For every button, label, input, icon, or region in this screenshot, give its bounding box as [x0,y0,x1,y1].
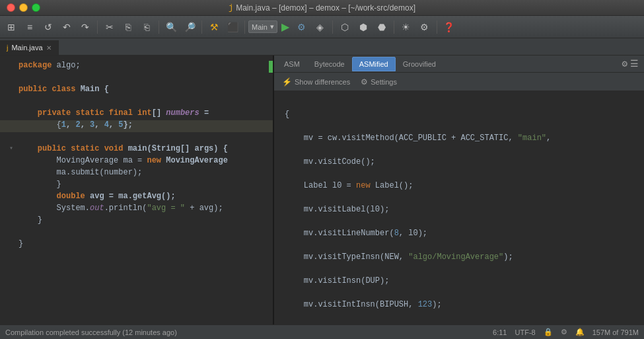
coverage-button[interactable]: ◈ [312,19,329,36]
code-line [0,73,273,85]
line-content [18,73,270,82]
keyword: int [137,108,152,118]
number-literal: 2 [75,120,80,130]
separator-6 [394,20,394,34]
maximize-button[interactable] [32,3,40,12]
dropdown-arrow: ▾ [270,22,274,31]
window-controls[interactable] [7,3,40,12]
toolbar-btn-vcs[interactable]: ⬡ [336,19,353,36]
toolbar-btn-cut[interactable]: ✂ [101,19,118,36]
toolbar-btn-settings[interactable]: ⚙ [416,19,433,36]
java-code-area[interactable]: package algo; public class Main { [0,56,273,324]
code-line: ▾ public static void main(String[] args)… [0,144,273,156]
tab-bytecode-label: Bytecode [314,60,345,68]
run-config-label: Main [252,23,268,31]
toolbar-btn-paste[interactable]: ⎗ [138,19,155,36]
code-line [0,132,273,144]
asm-line: { [285,108,639,120]
show-differences-button[interactable]: ⚡ Show differences [279,76,353,88]
minimize-button[interactable] [19,3,28,12]
code-line [0,96,273,108]
toolbar-btn-1[interactable]: ⊞ [3,19,20,36]
code-line: package algo; [0,61,273,73]
settings-button[interactable]: ⚙ Settings [358,76,400,88]
line-content: public class Main { [18,85,270,94]
toolbar-btn-build[interactable]: ⚒ [205,19,223,36]
left-panel: package algo; public class Main { [0,56,274,324]
run-button[interactable]: ▶ [279,19,292,34]
code-line: } [0,215,273,227]
keyword: final [109,108,133,118]
code-line: } [0,239,273,251]
line-content: } [18,239,270,248]
keyword: new [147,156,161,165]
tab-bytecode[interactable]: Bytecode [307,57,352,71]
tab-asmified-label: ASMified [359,60,388,68]
keyword: static [71,144,99,153]
tab-asmified[interactable]: ASMified [352,57,396,71]
notifications-icon: 🔔 [575,328,585,336]
code-text: [] [152,108,166,118]
keyword: static [75,108,104,118]
java-file-icon: j [7,44,8,52]
line-content: package algo; [18,61,270,70]
memory-usage: 157M of 791M [592,328,639,336]
keyword: package [18,61,52,70]
status-message: Compilation completed successfully (12 m… [5,328,493,336]
toolbar-btn-copy[interactable]: ⎘ [120,19,137,36]
toolbar-btn-forward[interactable]: ↷ [77,19,94,36]
separator-5 [332,20,333,34]
line-content: public static void main(String[] args) { [18,144,270,153]
line-content: double avg = ma.getAvg(); [18,192,270,201]
toolbar-btn-2[interactable]: ≡ [21,19,38,36]
tab-groovified-label: Groovified [403,60,436,68]
line-content: private static final int[] numbers = [18,108,270,118]
title-icon: j [229,3,233,13]
status-right: 6:11 UTF-8 🔒 ⚙ 🔔 157M of 791M [493,328,639,336]
code-line: System.out.println("avg = " + avg); [0,204,273,215]
separator-2 [159,20,159,34]
file-tab-close[interactable]: ✕ [46,44,52,52]
diff-icon: ⚡ [282,77,292,87]
separator-3 [201,20,202,34]
right-panel: ASM Bytecode ASMified Groovified ⚙ ☰ ⚡ S… [274,56,644,324]
toolbar-btn-help[interactable]: ❓ [441,19,458,36]
line-content [18,96,270,106]
toolbar-btn-update[interactable]: ⬣ [373,19,390,36]
toolbar-btn-tasks[interactable]: ☀ [398,19,415,36]
show-differences-label: Show differences [295,78,350,86]
debug-button[interactable]: ⚙ [293,19,310,36]
code-line: public class Main { [0,85,273,96]
asm-settings-button[interactable]: ⚙ ☰ [617,58,644,69]
cursor-position: 6:11 [493,328,507,336]
status-bar: Compilation completed successfully (12 m… [0,324,644,339]
line-content: ma.submit(number); [18,168,270,177]
main-toolbar: ⊞ ≡ ↺ ↶ ↷ ✂ ⎘ ⎗ 🔍 🔎 ⚒ ⬛ Main ▾ ▶ ⚙ ◈ ⬡ ⬢… [0,16,644,38]
file-tab-main[interactable]: j Main.java ✕ [0,40,59,55]
tab-asm-label: ASM [284,60,300,68]
keyword: double [57,192,85,201]
tab-asm[interactable]: ASM [277,57,307,71]
toolbar-btn-back[interactable]: ↶ [58,19,75,36]
code-line: } [0,180,273,192]
toolbar-btn-rebuild[interactable]: ⬛ [224,19,241,36]
asm-code-area[interactable]: { mv = cw.visitMethod(ACC_PUBLIC + ACC_S… [274,91,644,324]
toolbar-btn-undo[interactable]: ↺ [40,19,57,36]
separator-1 [97,20,98,34]
file-tabs: j Main.java ✕ [0,38,644,56]
toolbar-btn-push[interactable]: ⬢ [355,19,372,36]
line-content: } [18,215,270,225]
variable: numbers [166,108,199,118]
toolbar-btn-zoom[interactable]: 🔎 [181,19,198,36]
keyword: private [38,108,71,118]
toolbar-btn-search[interactable]: 🔍 [162,19,180,36]
run-config-dropdown[interactable]: Main ▾ [248,20,277,33]
close-button[interactable] [7,3,15,12]
asm-line: mv.visitIntInsn(BIPUSH, 123); [285,299,639,311]
tab-groovified[interactable]: Groovified [396,57,443,71]
line-content: } [18,180,270,189]
code-line: MovingAverage ma = new MovingAverage [0,156,273,168]
code-line: double avg = ma.getAvg(); [0,192,273,204]
code-line-highlighted: {1, 2, 3, 4, 5}; [0,120,273,132]
line-content: System.out.println("avg = " + avg); [18,204,270,213]
